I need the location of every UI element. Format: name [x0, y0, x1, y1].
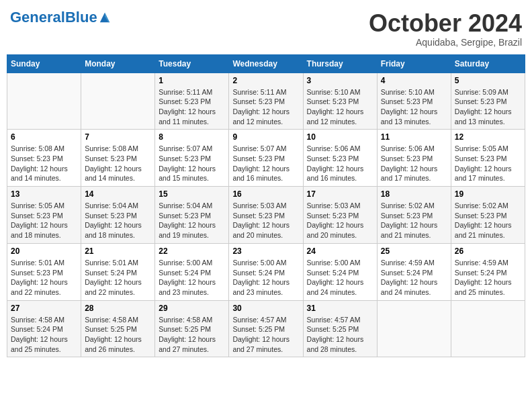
- day-number: 4: [381, 76, 447, 85]
- day-info: Sunrise: 5:00 AM Sunset: 5:24 PM Dayligh…: [232, 258, 299, 298]
- day-of-week-header: Tuesday: [155, 54, 229, 73]
- day-info: Sunrise: 5:07 AM Sunset: 5:23 PM Dayligh…: [232, 144, 299, 183]
- month-title: October 2024: [369, 10, 522, 37]
- calendar-cell: 21Sunrise: 5:01 AM Sunset: 5:24 PM Dayli…: [81, 243, 155, 300]
- day-number: 25: [381, 246, 447, 256]
- day-info: Sunrise: 5:06 AM Sunset: 5:23 PM Dayligh…: [381, 144, 447, 183]
- day-of-week-header: Thursday: [303, 54, 377, 73]
- calendar-cell: 17Sunrise: 5:03 AM Sunset: 5:23 PM Dayli…: [303, 187, 377, 244]
- calendar-cell: 13Sunrise: 5:05 AM Sunset: 5:23 PM Dayli…: [7, 187, 81, 244]
- day-info: Sunrise: 5:03 AM Sunset: 5:23 PM Dayligh…: [307, 201, 373, 240]
- day-number: 10: [307, 132, 373, 142]
- day-info: Sunrise: 5:02 AM Sunset: 5:23 PM Dayligh…: [455, 201, 521, 240]
- calendar-cell: 15Sunrise: 5:04 AM Sunset: 5:23 PM Dayli…: [155, 187, 229, 244]
- day-number: 26: [455, 246, 521, 256]
- calendar-cell: 28Sunrise: 4:58 AM Sunset: 5:25 PM Dayli…: [81, 300, 155, 357]
- day-info: Sunrise: 5:09 AM Sunset: 5:23 PM Dayligh…: [455, 87, 521, 127]
- day-number: 15: [159, 189, 225, 199]
- day-info: Sunrise: 4:59 AM Sunset: 5:24 PM Dayligh…: [381, 258, 447, 298]
- calendar-table: SundayMondayTuesdayWednesdayThursdayFrid…: [7, 54, 525, 358]
- day-info: Sunrise: 5:11 AM Sunset: 5:23 PM Dayligh…: [159, 87, 225, 127]
- logo: GeneralBlue: [10, 10, 111, 25]
- day-number: 22: [159, 246, 225, 256]
- day-info: Sunrise: 5:08 AM Sunset: 5:23 PM Dayligh…: [85, 144, 151, 183]
- day-number: 19: [455, 189, 521, 199]
- calendar-cell: 3Sunrise: 5:10 AM Sunset: 5:23 PM Daylig…: [303, 73, 377, 130]
- day-info: Sunrise: 5:04 AM Sunset: 5:23 PM Dayligh…: [85, 201, 151, 240]
- day-number: 20: [11, 246, 77, 256]
- day-number: 14: [85, 189, 151, 199]
- calendar-header: SundayMondayTuesdayWednesdayThursdayFrid…: [7, 54, 525, 73]
- location: Aquidaba, Sergipe, Brazil: [369, 37, 522, 48]
- day-info: Sunrise: 5:07 AM Sunset: 5:23 PM Dayligh…: [159, 144, 225, 183]
- logo-icon: [99, 11, 111, 24]
- day-info: Sunrise: 4:57 AM Sunset: 5:25 PM Dayligh…: [232, 315, 299, 355]
- calendar-cell: 14Sunrise: 5:04 AM Sunset: 5:23 PM Dayli…: [81, 187, 155, 244]
- day-info: Sunrise: 5:02 AM Sunset: 5:23 PM Dayligh…: [381, 201, 447, 240]
- calendar-cell: [81, 73, 155, 130]
- calendar-cell: 25Sunrise: 4:59 AM Sunset: 5:24 PM Dayli…: [377, 243, 451, 300]
- calendar-cell: [451, 300, 525, 357]
- calendar-week-row: 27Sunrise: 4:58 AM Sunset: 5:24 PM Dayli…: [7, 300, 525, 357]
- calendar-cell: 8Sunrise: 5:07 AM Sunset: 5:23 PM Daylig…: [155, 130, 229, 187]
- day-number: 9: [232, 132, 299, 142]
- day-number: 31: [307, 304, 373, 313]
- day-info: Sunrise: 5:01 AM Sunset: 5:23 PM Dayligh…: [11, 258, 77, 298]
- day-number: 23: [232, 246, 299, 256]
- calendar-cell: 26Sunrise: 4:59 AM Sunset: 5:24 PM Dayli…: [451, 243, 525, 300]
- calendar-cell: 7Sunrise: 5:08 AM Sunset: 5:23 PM Daylig…: [81, 130, 155, 187]
- calendar-cell: 11Sunrise: 5:06 AM Sunset: 5:23 PM Dayli…: [377, 130, 451, 187]
- day-info: Sunrise: 4:58 AM Sunset: 5:25 PM Dayligh…: [159, 315, 225, 355]
- calendar-cell: 24Sunrise: 5:00 AM Sunset: 5:24 PM Dayli…: [303, 243, 377, 300]
- calendar-week-row: 13Sunrise: 5:05 AM Sunset: 5:23 PM Dayli…: [7, 187, 525, 244]
- calendar-cell: 27Sunrise: 4:58 AM Sunset: 5:24 PM Dayli…: [7, 300, 81, 357]
- day-info: Sunrise: 5:04 AM Sunset: 5:23 PM Dayligh…: [159, 201, 225, 240]
- day-number: 3: [307, 76, 373, 85]
- day-info: Sunrise: 5:05 AM Sunset: 5:23 PM Dayligh…: [455, 144, 521, 183]
- day-info: Sunrise: 5:00 AM Sunset: 5:24 PM Dayligh…: [307, 258, 373, 298]
- day-number: 8: [159, 132, 225, 142]
- day-number: 30: [232, 304, 299, 313]
- day-info: Sunrise: 5:06 AM Sunset: 5:23 PM Dayligh…: [307, 144, 373, 183]
- calendar-cell: 20Sunrise: 5:01 AM Sunset: 5:23 PM Dayli…: [7, 243, 81, 300]
- day-info: Sunrise: 4:58 AM Sunset: 5:24 PM Dayligh…: [11, 315, 77, 355]
- calendar-cell: 2Sunrise: 5:11 AM Sunset: 5:23 PM Daylig…: [229, 73, 303, 130]
- day-number: 24: [307, 246, 373, 256]
- calendar-cell: 29Sunrise: 4:58 AM Sunset: 5:25 PM Dayli…: [155, 300, 229, 357]
- day-info: Sunrise: 5:08 AM Sunset: 5:23 PM Dayligh…: [11, 144, 77, 183]
- calendar-cell: 31Sunrise: 4:57 AM Sunset: 5:25 PM Dayli…: [303, 300, 377, 357]
- day-number: 6: [11, 132, 77, 142]
- day-number: 27: [11, 304, 77, 313]
- calendar-cell: 22Sunrise: 5:00 AM Sunset: 5:24 PM Dayli…: [155, 243, 229, 300]
- calendar-cell: 30Sunrise: 4:57 AM Sunset: 5:25 PM Dayli…: [229, 300, 303, 357]
- calendar-cell: 9Sunrise: 5:07 AM Sunset: 5:23 PM Daylig…: [229, 130, 303, 187]
- day-number: 17: [307, 189, 373, 199]
- day-number: 29: [159, 304, 225, 313]
- page-header: GeneralBlue October 2024 Aquidaba, Sergi…: [7, 7, 525, 48]
- day-number: 13: [11, 189, 77, 199]
- day-of-week-header: Sunday: [7, 54, 81, 73]
- day-number: 2: [232, 76, 299, 85]
- day-of-week-header: Saturday: [451, 54, 525, 73]
- day-number: 11: [381, 132, 447, 142]
- day-number: 16: [232, 189, 299, 199]
- calendar-cell: 19Sunrise: 5:02 AM Sunset: 5:23 PM Dayli…: [451, 187, 525, 244]
- day-info: Sunrise: 4:57 AM Sunset: 5:25 PM Dayligh…: [307, 315, 373, 355]
- calendar-cell: 12Sunrise: 5:05 AM Sunset: 5:23 PM Dayli…: [451, 130, 525, 187]
- calendar-week-row: 6Sunrise: 5:08 AM Sunset: 5:23 PM Daylig…: [7, 130, 525, 187]
- day-number: 21: [85, 246, 151, 256]
- day-of-week-header: Wednesday: [229, 54, 303, 73]
- title-block: October 2024 Aquidaba, Sergipe, Brazil: [369, 10, 522, 48]
- calendar-cell: 5Sunrise: 5:09 AM Sunset: 5:23 PM Daylig…: [451, 73, 525, 130]
- calendar-cell: [7, 73, 81, 130]
- calendar-cell: 4Sunrise: 5:10 AM Sunset: 5:23 PM Daylig…: [377, 73, 451, 130]
- day-info: Sunrise: 5:05 AM Sunset: 5:23 PM Dayligh…: [11, 201, 77, 240]
- day-info: Sunrise: 5:01 AM Sunset: 5:24 PM Dayligh…: [85, 258, 151, 298]
- calendar-week-row: 1Sunrise: 5:11 AM Sunset: 5:23 PM Daylig…: [7, 73, 525, 130]
- calendar-cell: [377, 300, 451, 357]
- day-info: Sunrise: 4:59 AM Sunset: 5:24 PM Dayligh…: [455, 258, 521, 298]
- calendar-cell: 10Sunrise: 5:06 AM Sunset: 5:23 PM Dayli…: [303, 130, 377, 187]
- day-info: Sunrise: 5:03 AM Sunset: 5:23 PM Dayligh…: [232, 201, 299, 240]
- day-info: Sunrise: 5:11 AM Sunset: 5:23 PM Dayligh…: [232, 87, 299, 127]
- calendar-cell: 18Sunrise: 5:02 AM Sunset: 5:23 PM Dayli…: [377, 187, 451, 244]
